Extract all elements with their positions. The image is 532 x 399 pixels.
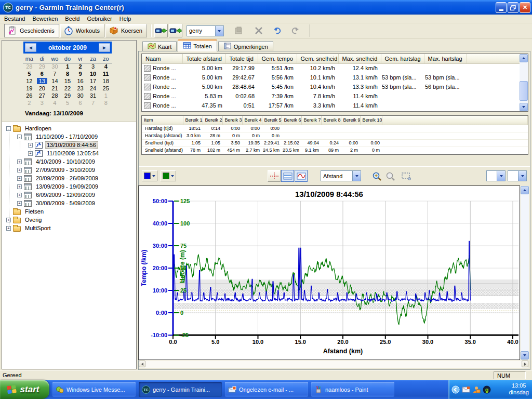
chart-vscrollbar[interactable] [521,186,529,360]
user-combo-dropdown[interactable] [215,26,223,36]
calendar-day[interactable]: 14 [48,77,61,85]
calendar-day[interactable]: 2 [23,99,36,107]
calendar-day[interactable]: 5 [23,70,36,77]
tree-item[interactable]: +27/09/2009 - 3/10/2009 [2,166,136,174]
column-header[interactable]: Bereik 4 [242,116,262,125]
calendar-day[interactable]: 2 [74,63,87,70]
send-to-device-button[interactable] [154,24,168,37]
calendar-day[interactable]: 29 [36,63,49,70]
column-header[interactable]: Bereik 9 [341,116,360,125]
table-row[interactable]: Ronde ...5.00 km28:48.645:45 /km10.4 km/… [142,82,528,91]
crosshair-toggle[interactable] [268,170,281,182]
chart-hscrollbar[interactable] [139,361,528,368]
tab-opmerkingen[interactable]: Opmerkingen [218,41,273,51]
tab-kaart[interactable]: Kaart [142,41,177,51]
table-row[interactable]: Snelheid (afstand)78 m102 m454 m2.7 km24… [142,147,528,154]
chart-scroll-up[interactable] [521,186,529,194]
table-row[interactable]: Ronde ...5.83 m0:02.687:39 /km7.8 km/h11… [142,91,528,101]
taskbar-button-4[interactable]: naamloos - Paint [311,382,394,397]
column-header[interactable]: Bereik 6 [282,116,301,125]
totals-scrollbar[interactable] [520,54,528,111]
calendar-day[interactable]: 22 [61,85,74,92]
x-axis-combo[interactable]: Afstand [321,170,361,181]
table-row[interactable]: Ronde ...47.35 m0:5117:57 /km3.3 km/h11.… [142,101,528,110]
zoom-in-icon[interactable] [371,170,383,182]
bands-toggle[interactable] [281,170,294,182]
tree-item[interactable]: +4/10/2009 - 10/10/2009 [2,157,136,166]
calendar-day[interactable]: 11 [99,70,112,77]
tree-item[interactable]: -Hardlopen [2,124,136,132]
tray-garmin-icon[interactable]: g [483,385,491,394]
calendar-day[interactable]: 4 [48,99,61,107]
menu-item-beeld[interactable]: Beeld [65,16,79,22]
calendar-day[interactable]: 29 [61,92,74,99]
column-header[interactable]: Bereik 1 [183,116,203,125]
calendar-day[interactable]: 26 [23,92,36,99]
tray-chevron-icon[interactable] [451,385,460,394]
calendar-day[interactable]: 15 [61,77,74,85]
extra-combo-2[interactable] [508,170,527,181]
column-header[interactable]: Bereik 7 [301,116,321,125]
tree-item[interactable]: +MultiSport [2,224,136,232]
calendar-day[interactable]: 5 [61,99,74,107]
calendar-day[interactable]: 27 [36,92,49,99]
calendar-day[interactable]: 1 [99,92,112,99]
x-axis-combo-dropdown[interactable] [352,171,361,181]
calendar-day[interactable]: 30 [48,63,61,70]
calendar-day[interactable]: 10 [87,70,100,77]
tree-item[interactable]: Fietsen [2,207,136,216]
calendar-day[interactable]: 19 [23,85,36,92]
calendar-day[interactable]: 23 [74,85,87,92]
zoom-selection-icon[interactable] [401,170,412,182]
table-row[interactable]: Ronde ...5.00 km29:42.675:56 /km10.1 km/… [142,73,528,82]
taskbar-button-3[interactable]: Ongelezen e-mail - ... [225,382,308,397]
totals-scroll-down[interactable] [520,103,528,111]
tray-mail-icon[interactable] [462,385,470,394]
chart-scroll-right[interactable] [522,361,528,367]
column-header[interactable]: Gem. tempo [258,54,297,63]
calendar-prev-button[interactable]: ◄ [25,43,36,52]
column-header[interactable]: Gem. snelheid [297,54,338,63]
totals-scroll-thumb[interactable] [520,81,528,101]
column-header[interactable]: Max. snelheid [338,54,381,63]
calendar-day[interactable]: 18 [99,77,112,85]
column-header[interactable]: Bereik 10 [360,116,382,125]
calendar-day[interactable]: 24 [87,85,100,92]
calendar-day[interactable]: 12 [23,77,36,85]
tree-item[interactable]: +20/09/2009 - 26/09/2009 [2,174,136,182]
calendar-day[interactable]: 16 [74,77,87,85]
geschiedenis-button[interactable]: Geschiedenis [4,24,59,37]
calendar-day[interactable]: 21 [48,85,61,92]
column-header[interactable]: Gem. hartslag [381,54,424,63]
calendar-day[interactable]: 7 [48,70,61,77]
tab-totalen[interactable]: Totalen [178,39,217,51]
chart-scroll-down[interactable] [521,351,529,360]
totals-scroll-up[interactable] [520,54,528,62]
curve-toggle[interactable] [295,170,308,182]
tempo-color-picker[interactable] [142,170,157,181]
tree-item[interactable]: -11/10/2009 - 17/10/2009 [2,132,136,141]
table-row[interactable]: Snelheid (tijd)1:051:053:5019:352:29:412… [142,139,528,147]
close-button[interactable]: ✕ [520,2,530,13]
calendar-day[interactable]: 4 [99,63,112,70]
tree-item[interactable]: +11/10/2009 13:05:54 [2,149,136,157]
calendar-day[interactable]: 17 [87,77,100,85]
chart-scroll-left[interactable] [139,361,145,367]
tree-item[interactable]: +6/09/2009 - 12/09/2009 [2,191,136,199]
column-header[interactable]: Bereik 2 [203,116,222,125]
table-row[interactable]: Hartslag (afstand)3.0 km28 m0 m0 m0 m [142,132,528,139]
calendar-day[interactable]: 30 [74,92,87,99]
calendar-day[interactable]: 6 [36,70,49,77]
calendar-day[interactable]: 13 [36,77,49,85]
calendar-day[interactable]: 25 [99,85,112,92]
tray-user-icon[interactable] [472,385,481,394]
taskbar-button-2[interactable]: TCgerry - Garmin Traini... [139,382,222,397]
calendar-day[interactable]: 3 [36,99,49,107]
koersen-button[interactable]: Koersen [105,24,147,37]
column-header[interactable]: Totale tijd [225,54,258,63]
user-combo[interactable]: gerry [187,25,224,36]
column-header[interactable]: Bereik 8 [321,116,341,125]
tree-item[interactable]: +13/10/2009 8:44:56 [2,141,136,149]
calendar-day[interactable]: 3 [87,63,100,70]
extra-combo-1[interactable] [486,170,506,181]
